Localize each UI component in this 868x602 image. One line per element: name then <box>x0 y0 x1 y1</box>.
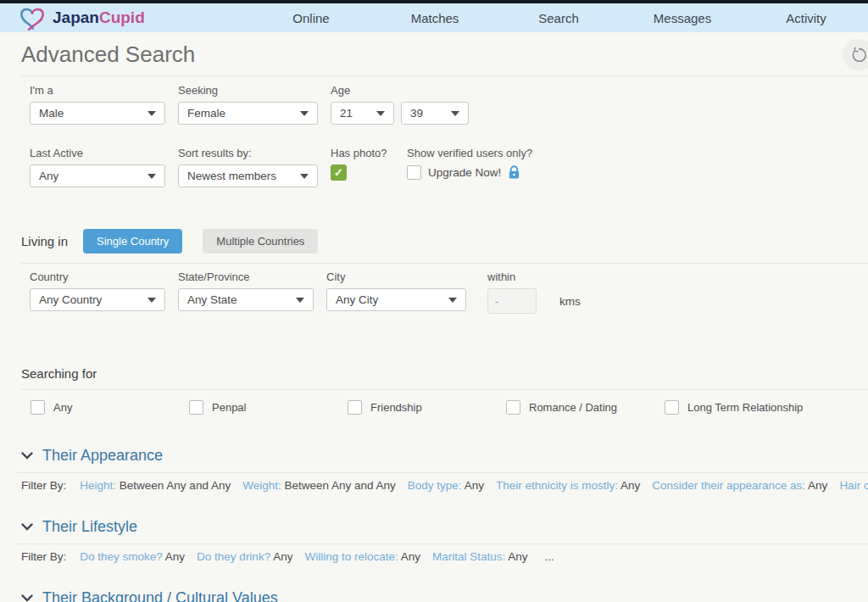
filter-by-label: Filter By: <box>21 479 66 492</box>
section-their-background[interactable]: Their Background / Cultural Values <box>21 589 868 602</box>
caret-down-icon <box>300 111 309 116</box>
city-select[interactable]: Any City <box>326 288 466 311</box>
filter-hair-color[interactable]: Hair color: Any <box>839 479 868 492</box>
searching-for-options: Any Penpal Friendship Romance / Dating L… <box>31 400 868 415</box>
sort-value: Newest members <box>187 170 276 182</box>
lifestyle-filter-line: Filter By: Do they smoke? Any Do they dr… <box>21 550 868 563</box>
nav-item-activity[interactable]: Activity <box>744 11 868 25</box>
caret-down-icon <box>147 111 156 116</box>
nav-item-messages[interactable]: Messages <box>620 11 744 25</box>
im-a-select[interactable]: Male <box>30 102 165 125</box>
within-input[interactable] <box>487 288 537 314</box>
option-friendship: Friendship <box>348 400 506 415</box>
option-long-term-relationship: Long Term Relationship <box>665 400 823 415</box>
verified-checkbox[interactable] <box>407 165 421 180</box>
chevron-down-icon <box>21 452 33 460</box>
section-title: Their Appearance <box>42 447 163 465</box>
state-select[interactable]: Any State <box>178 288 314 311</box>
heart-logo-icon <box>19 6 46 31</box>
last-active-value: Any <box>39 170 58 182</box>
nav-item-matches[interactable]: Matches <box>373 11 497 25</box>
more-filters-ellipsis[interactable]: ... <box>545 550 554 563</box>
seeking-label: Seeking <box>178 84 318 97</box>
section-divider <box>17 543 868 544</box>
age-label: Age <box>331 84 469 97</box>
filter-smoke[interactable]: Do they smoke? Any <box>80 550 185 563</box>
age-min-select[interactable]: 21 <box>331 102 394 125</box>
page-title: Advanced Search <box>21 42 195 68</box>
section-their-appearance[interactable]: Their Appearance <box>21 447 868 465</box>
country-select[interactable]: Any Country <box>30 288 165 311</box>
penpal-checkbox[interactable] <box>189 400 203 415</box>
verified-label: Show verified users only? <box>407 147 532 159</box>
section-their-lifestyle[interactable]: Their Lifestyle <box>21 518 868 536</box>
filter-marital-status[interactable]: Marital Status: Any <box>432 550 528 563</box>
title-divider <box>21 75 868 76</box>
city-label: City <box>326 270 466 283</box>
seeking-value: Female <box>187 107 225 120</box>
long-term-relationship-label: Long Term Relationship <box>687 401 803 414</box>
filter-relocate[interactable]: Willing to relocate: Any <box>304 550 420 563</box>
nav-item-search[interactable]: Search <box>497 11 620 25</box>
age-min-value: 21 <box>340 107 353 120</box>
caret-down-icon <box>147 174 156 179</box>
chevron-down-icon <box>21 523 33 531</box>
caret-down-icon <box>296 298 304 303</box>
country-field: Country Any Country <box>30 270 165 314</box>
any-label: Any <box>53 401 72 414</box>
im-a-label: I'm a <box>30 84 165 97</box>
caret-down-icon <box>147 298 156 303</box>
appearance-filter-line: Filter By: Height: Between Any and Any W… <box>21 479 868 492</box>
filter-drink[interactable]: Do they drink? Any <box>197 550 292 563</box>
filter-body-type[interactable]: Body type: Any <box>408 479 484 492</box>
age-max-select[interactable]: 39 <box>401 102 469 125</box>
nav-item-online[interactable]: Online <box>249 11 373 25</box>
filter-weight[interactable]: Weight: Between Any and Any <box>242 479 396 492</box>
long-term-relationship-checkbox[interactable] <box>665 400 679 415</box>
basic-row-2: Last Active Any Sort results by: Newest … <box>30 147 868 187</box>
living-in-label: Living in <box>21 234 68 248</box>
verified-field: Show verified users only? Upgrade Now! <box>407 147 532 187</box>
living-in-row: Living in Single Country Multiple Countr… <box>21 229 868 254</box>
reset-icon <box>849 46 868 64</box>
filter-by-label: Filter By: <box>21 550 66 563</box>
filter-ethnicity[interactable]: Their ethnicity is mostly: Any <box>496 479 640 492</box>
country-value: Any Country <box>39 293 102 306</box>
single-country-button[interactable]: Single Country <box>83 229 182 254</box>
sort-field: Sort results by: Newest members <box>178 147 318 187</box>
any-checkbox[interactable] <box>31 400 45 415</box>
has-photo-field: Has photo? ✓ <box>331 147 407 187</box>
upgrade-now-link[interactable]: Upgrade Now! <box>428 166 501 179</box>
section-title: Their Lifestyle <box>42 518 137 536</box>
has-photo-checkbox[interactable]: ✓ <box>331 164 347 181</box>
romance-dating-label: Romance / Dating <box>529 401 617 414</box>
within-field: within <box>487 270 537 314</box>
age-field: Age 21 39 <box>331 84 469 125</box>
filter-appearance-as[interactable]: Consider their appearance as: Any <box>652 479 827 492</box>
within-label: within <box>487 270 537 283</box>
last-active-select[interactable]: Any <box>30 164 165 187</box>
seeking-select[interactable]: Female <box>178 102 318 125</box>
brand-logo[interactable]: JapanCupid <box>19 6 145 31</box>
living-in-divider <box>21 263 868 264</box>
chevron-down-icon <box>21 594 33 602</box>
brand-name-cupid: Cupid <box>99 8 145 27</box>
last-active-field: Last Active Any <box>30 147 165 187</box>
city-field: City Any City <box>326 270 466 314</box>
sort-select[interactable]: Newest members <box>178 164 318 187</box>
romance-dating-checkbox[interactable] <box>506 400 520 415</box>
filter-height[interactable]: Height: Between Any and Any <box>80 479 231 492</box>
city-value: Any City <box>336 293 378 306</box>
state-value: Any State <box>187 293 237 306</box>
friendship-label: Friendship <box>370 401 422 414</box>
brand-name-japan: Japan <box>53 8 99 27</box>
caret-down-icon <box>376 111 385 116</box>
im-a-field: I'm a Male <box>30 84 165 125</box>
friendship-checkbox[interactable] <box>348 400 362 415</box>
option-any: Any <box>31 400 189 415</box>
age-max-value: 39 <box>410 107 423 120</box>
basic-row-1: I'm a Male Seeking Female Age 21 39 <box>30 84 868 125</box>
multiple-countries-button[interactable]: Multiple Countries <box>203 229 318 254</box>
section-divider <box>17 472 868 473</box>
reset-search-button[interactable] <box>843 39 868 70</box>
